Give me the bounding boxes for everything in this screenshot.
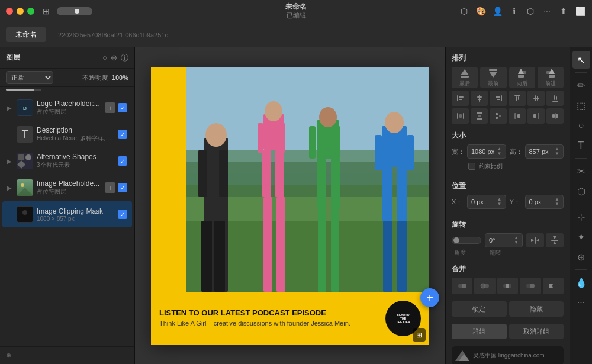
align-center-h-btn[interactable] [471,91,488,106]
rotation-decrement[interactable]: ▼ [514,240,519,245]
align-btn-5[interactable] [527,108,545,124]
svg-rect-88 [538,113,539,119]
tool-mask[interactable]: ⬡ [572,182,590,200]
far-right-toolbar: ↖ ✏ ⬚ ○ T ✂ ⬡ ⊹ ✦ ⊕ 💧 ··· [570,47,592,364]
arrange-btn-backward[interactable]: 向后 [509,67,535,88]
layers-icon[interactable]: ⬡ [458,5,470,17]
tool-scissors[interactable]: ✂ [572,162,590,180]
user-icon[interactable]: 👤 [491,5,503,17]
canvas-area[interactable]: LISTEN TO OUR LATEST PODCAST EPISODE Thi… [135,47,445,364]
expand-icon: ▶ [7,185,13,191]
arrange-btn-first[interactable]: 最前 [480,67,506,88]
merge-btn-3[interactable] [497,278,518,294]
rotation-field[interactable]: 0° ▲ ▼ [485,233,523,247]
layer-check[interactable]: ✓ [118,156,127,166]
align-btn-4[interactable] [509,108,526,124]
layer-item-selected[interactable]: Image Clipping Mask 1080 × 857 px ✓ [2,201,132,227]
flip-vertical-btn[interactable] [546,233,564,247]
layer-item[interactable]: ▶ Alternative Shapes 3个替代元素 ✓ [2,148,132,174]
tab-unnamed[interactable]: 未命名 [6,27,46,42]
merge-btn-4[interactable] [520,278,540,294]
layer-item[interactable]: ▶ [2,175,132,201]
tool-pen[interactable]: ✏ [572,76,590,94]
svg-rect-51 [489,69,497,71]
tool-fill[interactable]: ✦ [572,228,590,246]
close-button[interactable] [6,8,13,15]
colors-icon[interactable]: 🎨 [475,5,487,17]
sidebar-icon-2[interactable]: ⊕ [111,53,117,62]
layer-add-btn[interactable]: + [105,102,115,113]
layer-add-btn[interactable]: + [105,182,115,193]
merge-btn-5[interactable] [543,278,564,294]
info-icon[interactable]: ℹ [508,5,520,17]
layer-check[interactable]: ✓ [118,103,127,112]
width-field[interactable]: 1080 px ▲ ▼ [467,144,506,159]
tool-text[interactable]: T [572,137,590,154]
svg-rect-96 [551,240,558,241]
layer-item[interactable]: ▶ B Logo Placeholder:... 占位符图层 + ✓ [2,95,132,121]
align-right-btn[interactable] [490,91,507,106]
tool-select[interactable]: ↖ [572,51,590,69]
svg-rect-21 [198,150,207,197]
maximize-button[interactable] [27,8,34,15]
svg-rect-93 [535,237,536,244]
copy-icon[interactable]: ⬡ [525,5,536,17]
rotation-slider[interactable] [452,237,481,244]
merge-btn-2[interactable] [474,278,495,294]
distribute-h-btn[interactable] [452,108,469,124]
constrain-checkbox[interactable] [468,163,475,170]
x-decrement[interactable]: ▼ [497,202,502,207]
svg-rect-45 [382,167,392,221]
fullscreen-icon[interactable]: ⬜ [574,5,586,17]
svg-rect-48 [397,221,407,292]
blend-mode-select[interactable]: 正常 [6,71,53,84]
align-btn-6[interactable] [546,108,564,124]
height-field[interactable]: 857 px ▲ ▼ [525,144,564,159]
layer-check[interactable]: ✓ [118,183,127,192]
align-left-btn[interactable] [452,91,469,106]
qr-icon[interactable]: ⊞ [413,328,426,342]
opacity-slider[interactable] [6,89,41,91]
group-button[interactable]: 群组 [452,324,507,339]
width-decrement[interactable]: ▼ [497,152,502,156]
align-top-btn[interactable] [509,91,526,106]
tool-more[interactable]: ··· [572,294,590,311]
x-field[interactable]: 0 px ▲ ▼ [467,195,506,209]
layer-name: Image Placeholde... [37,179,101,188]
arrange-btn-forward[interactable]: 前进 [538,67,564,88]
y-field[interactable]: 0 px ▲ ▼ [525,195,564,209]
rotation-knob [453,237,459,243]
align-bottom-btn[interactable] [546,91,564,106]
bottom-text-area: LISTEN TO OUR LATEST PODCAST EPISODE Thi… [151,292,429,345]
sidebar-icon-3[interactable]: ⓘ [121,53,128,63]
tool-rect[interactable]: ⬚ [572,96,590,114]
minimize-button[interactable] [17,8,24,15]
tool-separator-1 [575,72,587,73]
lock-button[interactable]: 锁定 [452,301,507,317]
y-decrement[interactable]: ▼ [555,202,559,207]
share-icon[interactable]: ⬆ [558,5,570,17]
distribute-v-btn[interactable] [471,108,488,124]
hide-button[interactable]: 隐藏 [509,301,564,317]
canvas-add-button[interactable]: + [420,288,439,307]
more-icon[interactable]: ··· [541,5,553,17]
layer-check[interactable]: ✓ [118,130,127,139]
tool-zoom[interactable]: ⊕ [572,248,590,266]
layer-item[interactable]: T Description Helvetica Neue, 多种字样, 35..… [2,121,132,147]
sidebar-toggle-icon[interactable]: ⊞ [40,5,52,17]
tool-effects[interactable]: ⊹ [572,208,590,226]
align-btn-3[interactable] [490,108,507,124]
align-center-v-btn[interactable] [527,91,545,106]
action-buttons-row: 锁定 隐藏 [452,301,564,317]
layer-check[interactable]: ✓ [118,210,127,219]
tool-ellipse[interactable]: ○ [572,117,590,134]
sidebar-icon-1[interactable]: ○ [102,53,107,62]
height-decrement[interactable]: ▼ [555,152,559,156]
arrange-label-forward: 前进 [545,80,556,88]
window-subtitle: 已编辑 [285,11,307,20]
arrange-btn-last[interactable]: 最后 [452,67,478,88]
flip-horizontal-btn[interactable] [526,233,544,247]
merge-btn-1[interactable] [452,278,472,294]
tool-eyedrop[interactable]: 💧 [572,273,590,291]
ungroup-button[interactable]: 取消群组 [509,324,564,339]
